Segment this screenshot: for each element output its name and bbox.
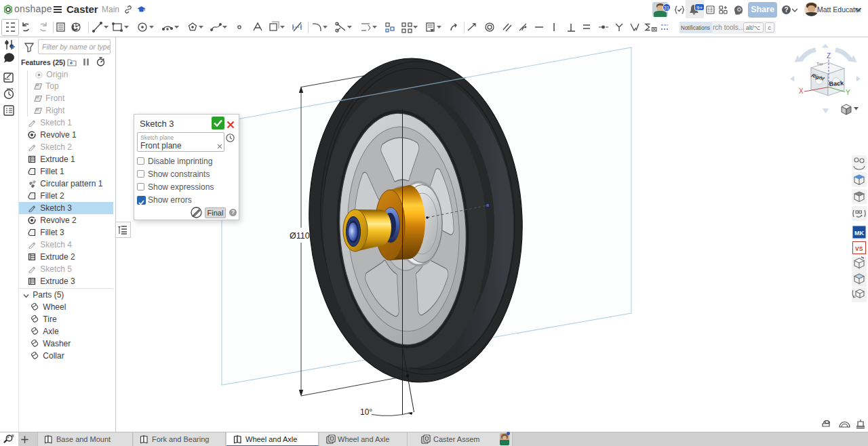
svg-text:rch tools...: rch tools... — [713, 24, 744, 31]
svg-text:c: c — [768, 24, 772, 31]
svg-text:Ø110: Ø110 — [290, 231, 310, 241]
svg-text:10°: 10° — [360, 407, 372, 417]
svg-text:MK: MK — [854, 230, 864, 237]
svg-text:Top: Top — [816, 62, 823, 66]
svg-text:VS: VS — [855, 245, 863, 252]
svg-text:Notifications: Notifications — [681, 24, 710, 31]
svg-text:Y: Y — [846, 89, 850, 96]
svg-text:Back: Back — [829, 79, 845, 87]
svg-text:X: X — [799, 87, 804, 95]
svg-text:Z: Z — [827, 52, 831, 60]
svg-text:alt/⌥: alt/⌥ — [746, 24, 760, 31]
